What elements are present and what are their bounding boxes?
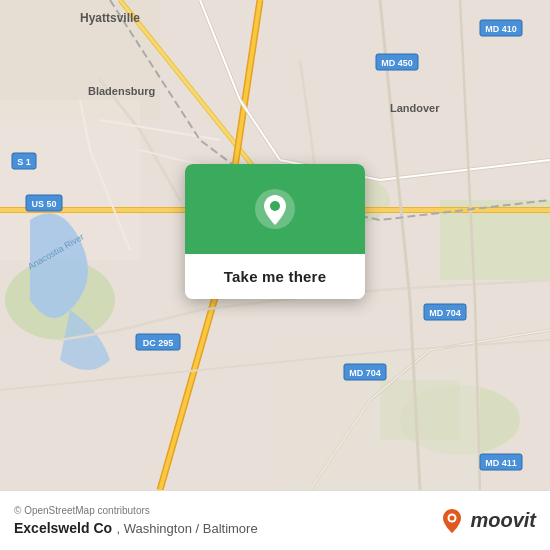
moovit-text: moovit <box>470 509 536 532</box>
svg-text:S 1: S 1 <box>17 157 31 167</box>
svg-text:Hyattsville: Hyattsville <box>80 11 140 25</box>
svg-text:MD 704: MD 704 <box>429 308 461 318</box>
svg-text:MD 450: MD 450 <box>381 58 413 68</box>
place-location: , Washington / Baltimore <box>117 521 258 536</box>
svg-text:MD 411: MD 411 <box>485 458 517 468</box>
moovit-logo: moovit <box>438 507 536 535</box>
place-info: Excelsweld Co , Washington / Baltimore <box>14 519 258 537</box>
svg-text:Bladensburg: Bladensburg <box>88 85 155 97</box>
bottom-left: © OpenStreetMap contributors Excelsweld … <box>14 505 258 537</box>
location-pin-icon <box>253 187 297 231</box>
svg-text:MD 704: MD 704 <box>349 368 381 378</box>
svg-point-32 <box>270 201 280 211</box>
svg-text:DC 295: DC 295 <box>143 338 174 348</box>
svg-point-34 <box>450 515 455 520</box>
map-container: Hyattsville Bladensburg Landover Anacost… <box>0 0 550 490</box>
take-me-there-button[interactable]: Take me there <box>185 254 365 299</box>
bottom-bar: © OpenStreetMap contributors Excelsweld … <box>0 490 550 550</box>
popup-card: Take me there <box>185 164 365 299</box>
place-name: Excelsweld Co <box>14 520 112 536</box>
svg-text:Landover: Landover <box>390 102 440 114</box>
copyright-text: © OpenStreetMap contributors <box>14 505 258 516</box>
svg-text:US 50: US 50 <box>31 199 56 209</box>
popup-green-area <box>185 164 365 254</box>
svg-text:MD 410: MD 410 <box>485 24 517 34</box>
moovit-pin-icon <box>438 507 466 535</box>
